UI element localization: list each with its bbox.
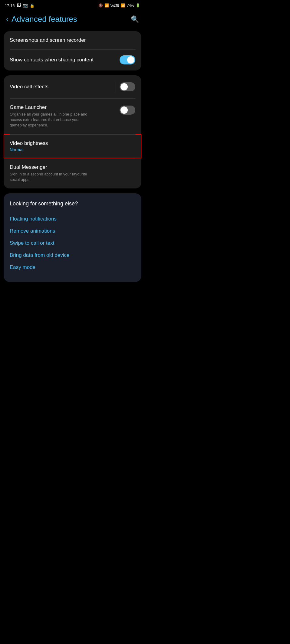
setting-text: Show contacts when sharing content (10, 57, 94, 63)
setting-text: Dual Messenger Sign in to a second accou… (10, 164, 94, 182)
screenshots-label: Screenshots and screen recorder (10, 37, 86, 43)
page-title: Advanced features (12, 15, 77, 24)
setting-text: Game Launcher Organise all your games al… (10, 104, 120, 128)
show-contacts-toggle[interactable] (120, 55, 135, 64)
search-icon[interactable]: 🔍 (131, 15, 139, 23)
status-left: 17:16 🖼 📷 🔒 (5, 3, 35, 8)
camera-icon: 📷 (23, 3, 28, 8)
lock-icon: 🔒 (30, 3, 35, 8)
signal-icon: 📶 (121, 3, 125, 8)
card-video: Video call effects Game Launcher Organis… (4, 75, 141, 188)
video-brightness-label: Video brightness (10, 140, 48, 146)
status-right: 🔇 📶 VoLTE 📶 74% 🔋 (98, 3, 140, 8)
link-remove-animations[interactable]: Remove animations (10, 225, 135, 237)
battery-icon: 🔋 (136, 3, 140, 8)
looking-title: Looking for something else? (10, 201, 135, 207)
status-bar: 17:16 🖼 📷 🔒 🔇 📶 VoLTE 📶 74% 🔋 (0, 0, 145, 10)
toggle-thumb (120, 106, 128, 114)
setting-row-video-brightness[interactable]: Video brightness Normal (4, 134, 141, 158)
toggle-divider (116, 81, 116, 92)
card-screenshots: Screenshots and screen recorder Show con… (4, 31, 141, 70)
link-bring-data[interactable]: Bring data from old device (10, 249, 135, 261)
setting-row-game-launcher[interactable]: Game Launcher Organise all your games al… (4, 98, 141, 134)
setting-row-screenshots[interactable]: Screenshots and screen recorder (4, 31, 141, 49)
battery-label: 74% (127, 3, 134, 8)
wifi-icon: 📶 (104, 3, 109, 8)
looking-section: Looking for something else? Floating not… (4, 193, 141, 282)
show-contacts-label: Show contacts when sharing content (10, 57, 94, 63)
setting-text: Video call effects (10, 84, 48, 90)
gallery-icon: 🖼 (17, 3, 21, 8)
game-launcher-toggle[interactable] (120, 106, 135, 115)
page-header: ‹ Advanced features 🔍 (0, 10, 145, 31)
game-launcher-label: Game Launcher (10, 104, 116, 110)
setting-row-dual-messenger[interactable]: Dual Messenger Sign in to a second accou… (4, 158, 141, 188)
toggle-thumb (127, 56, 134, 64)
link-floating-notifications[interactable]: Floating notifications (10, 213, 135, 225)
dual-messenger-label: Dual Messenger (10, 164, 94, 170)
setting-row-video-call[interactable]: Video call effects (4, 75, 141, 98)
toggle-thumb (120, 83, 128, 90)
link-easy-mode[interactable]: Easy mode (10, 261, 135, 273)
time-label: 17:16 (5, 3, 15, 8)
video-call-toggle[interactable] (120, 82, 135, 91)
video-brightness-value: Normal (10, 147, 48, 152)
game-launcher-sublabel: Organise all your games all in one place… (10, 112, 94, 128)
volte-icon: VoLTE (110, 4, 119, 7)
setting-row-show-contacts[interactable]: Show contacts when sharing content (4, 49, 141, 70)
mute-icon: 🔇 (98, 3, 103, 8)
dual-messenger-sublabel: Sign in to a second account in your favo… (10, 172, 94, 182)
video-call-label: Video call effects (10, 84, 48, 90)
header-left: ‹ Advanced features (6, 15, 77, 24)
back-button[interactable]: ‹ (6, 15, 8, 24)
setting-text: Video brightness Normal (10, 140, 48, 152)
link-swipe-to-call[interactable]: Swipe to call or text (10, 237, 135, 249)
setting-text: Screenshots and screen recorder (10, 37, 86, 43)
